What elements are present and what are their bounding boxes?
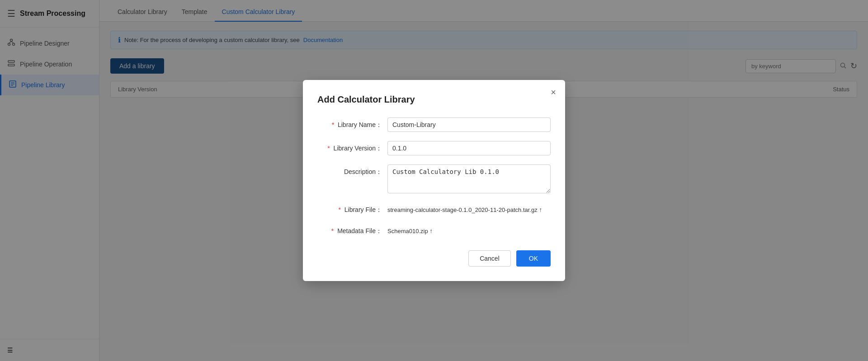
add-calculator-library-modal: × Add Calculator Library * Library Name：… <box>303 80 565 281</box>
upload-icon: ↑ <box>429 227 433 234</box>
library-file-row: * Library File： streaming-calculator-sta… <box>317 202 551 215</box>
upload-icon: ↑ <box>539 206 542 213</box>
description-row: Description： Custom Calculatory Lib 0.1.… <box>317 164 551 193</box>
library-file-value[interactable]: streaming-calculator-stage-0.1.0_2020-11… <box>387 202 551 215</box>
required-star: * <box>331 227 334 234</box>
modal-close-button[interactable]: × <box>551 87 556 98</box>
library-file-label: * Library File： <box>317 202 387 214</box>
ok-button[interactable]: OK <box>516 250 551 267</box>
required-star: * <box>338 206 340 213</box>
modal-footer: Cancel OK <box>317 250 551 267</box>
description-textarea[interactable]: Custom Calculatory Lib 0.1.0 <box>387 164 551 193</box>
metadata-file-label: * Metadata File： <box>317 224 387 235</box>
modal-overlay: × Add Calculator Library * Library Name：… <box>0 0 868 361</box>
library-version-label: * Library Version： <box>317 141 387 153</box>
metadata-file-value[interactable]: Schema010.zip ↑ <box>387 224 551 236</box>
required-star: * <box>327 145 330 152</box>
required-star: * <box>332 121 334 128</box>
library-version-input[interactable] <box>387 141 551 155</box>
library-name-input[interactable] <box>387 117 551 132</box>
cancel-button[interactable]: Cancel <box>468 250 511 267</box>
metadata-file-row: * Metadata File： Schema010.zip ↑ <box>317 224 551 236</box>
description-label: Description： <box>317 164 387 176</box>
library-version-row: * Library Version： <box>317 141 551 155</box>
modal-title: Add Calculator Library <box>317 94 551 105</box>
library-name-label: * Library Name： <box>317 117 387 129</box>
library-name-row: * Library Name： <box>317 117 551 132</box>
